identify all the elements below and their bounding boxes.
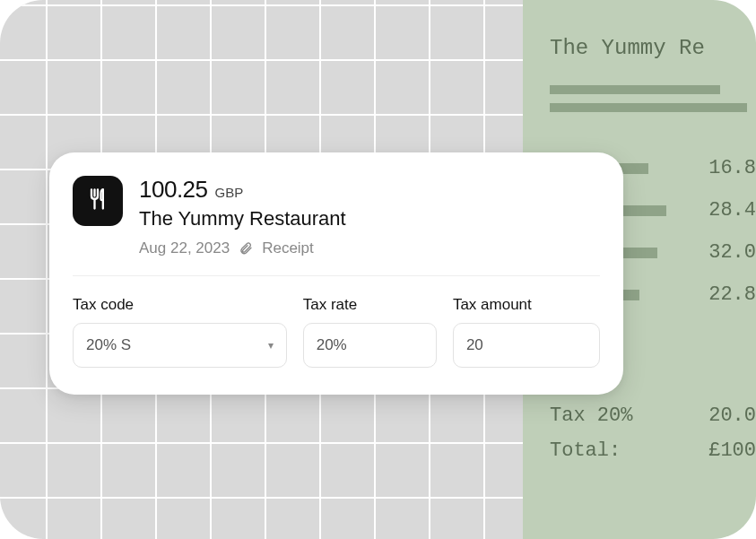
receipt-total-label: Total:: [550, 439, 621, 462]
tax-rate-value: 20%: [317, 336, 347, 354]
receipt-line-value: 16.8: [708, 157, 756, 179]
tax-amount-value: 20: [466, 336, 483, 354]
receipt-tax-value: 20.0: [708, 404, 756, 427]
merchant-name: The Yummy Restaurant: [139, 207, 600, 230]
tax-amount-input[interactable]: 20: [453, 323, 600, 368]
receipt-line-value: 32.0: [708, 241, 756, 264]
receipt-line-value: 22.8: [708, 283, 756, 306]
tax-code-label: Tax code: [73, 296, 287, 314]
tax-code-value: 20% S: [86, 336, 131, 354]
tax-form-row: Tax code 20% S ▾ Tax rate 20% Tax amount…: [73, 296, 600, 368]
currency: GBP: [215, 185, 244, 200]
tax-rate-label: Tax rate: [303, 296, 437, 314]
tax-rate-input[interactable]: 20%: [303, 323, 437, 368]
amount: 100.25: [139, 176, 208, 204]
tax-amount-label: Tax amount: [453, 296, 600, 314]
receipt-title: The Yummy Re: [550, 36, 756, 60]
card-header: 100.25 GBP The Yummy Restaurant Aug 22, …: [73, 176, 600, 276]
paperclip-icon: [239, 241, 253, 256]
attachment-label: Receipt: [262, 239, 314, 257]
chevron-down-icon: ▾: [268, 339, 274, 352]
receipt-line-value: 28.4: [708, 199, 756, 222]
fork-icon: [85, 187, 110, 215]
receipt-total-value: £100: [708, 439, 756, 462]
receipt-tax-label: Tax 20%: [550, 404, 632, 427]
receipt-header-bars: [550, 85, 756, 112]
expense-date: Aug 22, 2023: [139, 239, 230, 257]
tax-code-select[interactable]: 20% S ▾: [73, 323, 287, 368]
receipt-summary: Tax 20% 20.0 Total: £100: [550, 404, 756, 462]
expense-card: 100.25 GBP The Yummy Restaurant Aug 22, …: [49, 152, 623, 395]
merchant-logo: [73, 176, 123, 226]
